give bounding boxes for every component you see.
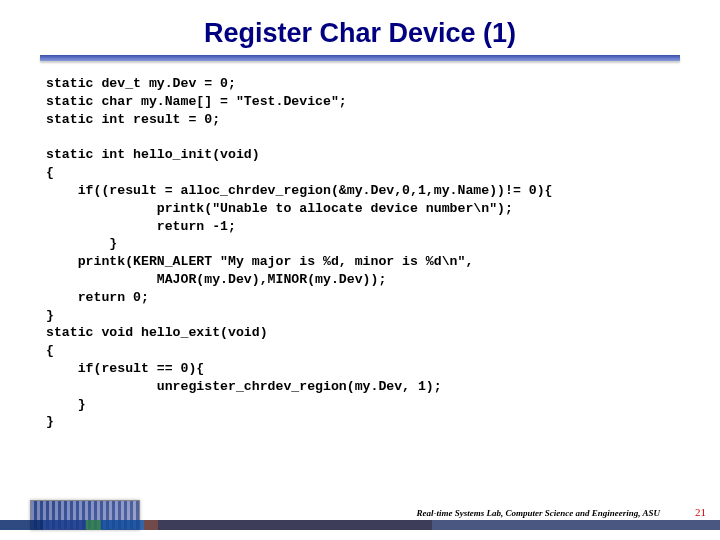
slide-title: Register Char Device (1) <box>40 18 680 49</box>
footer-attribution: Real-time Systems Lab, Computer Science … <box>417 508 660 518</box>
page-number: 21 <box>695 506 706 518</box>
title-divider <box>40 55 680 61</box>
slide: Register Char Device (1) static dev_t my… <box>0 0 720 540</box>
code-block: static dev_t my.Dev = 0; static char my.… <box>40 75 680 431</box>
footer-bar <box>0 520 720 530</box>
footer: Real-time Systems Lab, Computer Science … <box>0 496 720 530</box>
